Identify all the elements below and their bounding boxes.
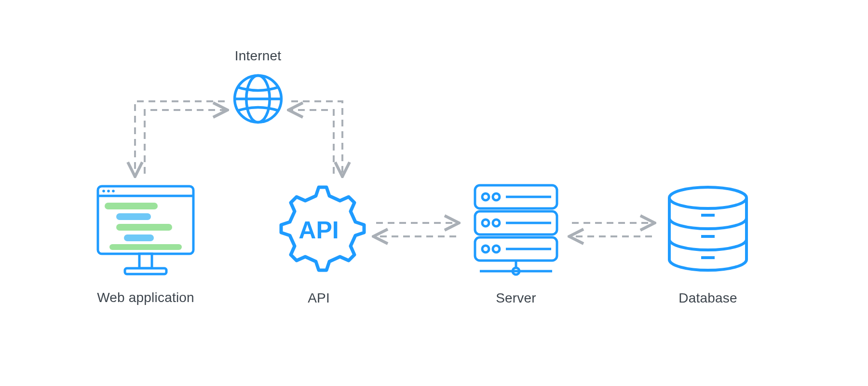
svg-rect-8 [105,203,158,209]
node-database: Database [655,181,761,306]
svg-point-30 [669,187,746,208]
svg-rect-9 [116,213,151,220]
internet-label: Internet [207,48,309,64]
svg-rect-12 [109,244,182,250]
svg-point-7 [112,190,115,193]
api-label: API [268,290,369,306]
api-gear-text: API [298,217,339,244]
svg-point-6 [107,190,110,193]
svg-rect-11 [124,234,154,241]
api-gear-icon: API [271,181,367,278]
node-internet: Internet [207,48,309,125]
globe-icon [231,72,285,125]
node-api: API API [268,181,369,306]
svg-rect-14 [125,268,166,274]
svg-rect-13 [139,254,152,268]
svg-point-5 [102,190,105,193]
monitor-code-icon [95,183,196,277]
architecture-diagram: Internet Web application [0,0,868,386]
svg-rect-10 [116,224,172,231]
database-label: Database [655,290,761,306]
node-server: Server [463,181,569,306]
web-application-label: Web application [83,290,208,305]
server-rack-icon [470,181,562,278]
server-label: Server [463,290,569,306]
database-cylinder-icon [660,181,756,278]
node-web-application: Web application [83,183,208,305]
